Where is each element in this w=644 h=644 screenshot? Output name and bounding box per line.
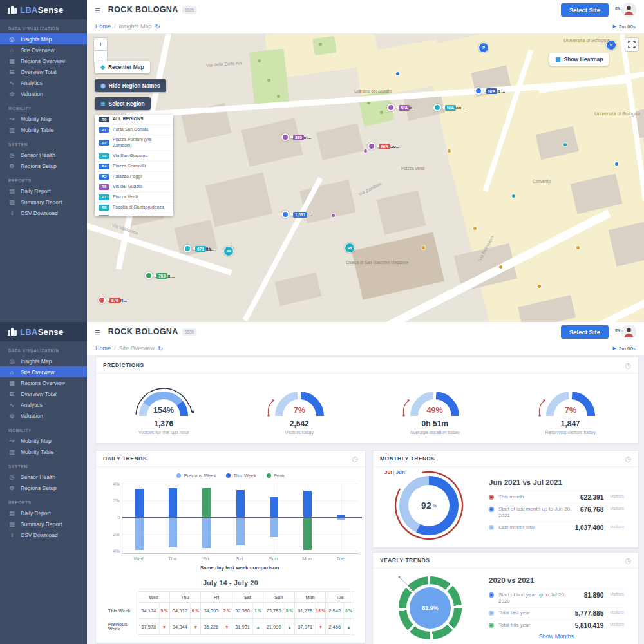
region-list-item-r1[interactable]: R1Porta San Donato <box>95 125 173 135</box>
sidebar-item-overview-total[interactable]: ⊞Overview Total <box>0 66 87 77</box>
hide-region-names-button[interactable]: ◉ Hide Region Names <box>95 79 166 92</box>
region-list-item-r5[interactable]: R5Palazzo Poggi <box>95 172 173 182</box>
sidebar-item-overview-total[interactable]: ⊞Overview Total <box>0 388 87 399</box>
menu-toggle-icon[interactable]: ≡ <box>95 5 100 15</box>
show-heatmap-button[interactable]: ▦ Show Heatmap <box>549 53 609 66</box>
select-site-button[interactable]: Select Site <box>561 325 609 339</box>
map-text-label: Università di Bologna <box>564 37 609 43</box>
table-col-header: Tue <box>326 592 354 603</box>
sidebar-nav: DATA VISUALIZATION◎Insights Map⌂Site Ove… <box>0 19 87 218</box>
map-region-marker[interactable]: [R9]Piazza ...763 <box>145 272 158 279</box>
map-mini-marker[interactable]: 98 <box>345 243 355 253</box>
sidebar-item-insights-map[interactable]: ◎Insights Map <box>0 33 87 44</box>
app-logo[interactable]: LBASense <box>0 322 87 341</box>
legend-label: Start of last month up to Jun 20, 2021 <box>498 506 576 520</box>
play-icon[interactable]: ▶ <box>612 346 616 351</box>
marker-dot-icon <box>368 142 375 150</box>
predictions-card: PREDICTIONS ◷ 154%1,376Visitors for the … <box>95 357 639 444</box>
map-mini-marker[interactable]: P <box>478 43 489 53</box>
sidebar-item-mobility-map[interactable]: ↝Mobility Map <box>0 113 87 124</box>
map-region-marker[interactable]: [R5]Palazzo...N/A <box>368 142 381 150</box>
show-months-link[interactable]: Show Months <box>489 633 624 639</box>
map-region-marker[interactable]: [R3]Via San...N/A <box>433 104 446 111</box>
region-list-item-r6[interactable]: R6Via del Guasto <box>95 182 173 193</box>
sidebar-item-label: CSV Download <box>21 532 58 538</box>
region-list-item-r0[interactable]: R0ALL REGIONS <box>95 115 173 125</box>
sidebar-item-analytics[interactable]: ∿Analytics <box>0 77 87 88</box>
sidebar-item-label: Summary Report <box>21 521 62 527</box>
marker-value-badge: N/A <box>445 105 456 111</box>
sidebar-item-summary-report[interactable]: ▧Summary Report <box>0 518 87 529</box>
map-poi-icon <box>332 214 335 217</box>
sidebar-item-regions-setup[interactable]: ⚙Regions Setup <box>0 482 87 493</box>
app-logo[interactable]: LBASense <box>0 0 87 19</box>
sidebar-item-sensor-health[interactable]: ◷Sensor Health <box>0 149 87 160</box>
region-list-item-r4[interactable]: R4Piazza Scaravilli <box>95 162 173 172</box>
card-history-icon[interactable]: ◷ <box>625 557 631 564</box>
map-region-marker[interactable]: [R7]Piazza ...1,091 <box>281 211 294 218</box>
map-region-marker[interactable]: [R8]Facoltà...671 <box>184 245 196 252</box>
card-history-icon[interactable]: ◷ <box>352 455 358 462</box>
sidebar-item-analytics[interactable]: ∿Analytics <box>0 399 87 410</box>
region-list-item-r3[interactable]: R3Via San Giacomo <box>95 151 173 162</box>
region-name: Via del Guasto <box>113 184 142 190</box>
sidebar-item-csv-download[interactable]: ⇓CSV Download <box>0 529 87 540</box>
breadcrumb-home[interactable]: Home <box>95 23 111 30</box>
map-region-marker[interactable]: [R10]2 Torri...876 <box>98 296 111 304</box>
map-mini-marker[interactable]: P <box>606 40 616 50</box>
map-canvas[interactable]: + − ◈ Recenter Map ◉ Hide Region Names ≣… <box>87 33 644 322</box>
sidebar-item-mobility-table[interactable]: ▥Mobility Table <box>0 446 87 457</box>
refresh-icon[interactable]: ↻ <box>155 23 160 30</box>
sidebar-item-daily-report[interactable]: ▤Daily Report <box>0 507 87 518</box>
sidebar-item-valuation[interactable]: ⊚Valuation <box>0 88 87 99</box>
user-avatar[interactable] <box>621 325 636 339</box>
fullscreen-button[interactable] <box>625 37 639 52</box>
card-history-icon[interactable]: ◷ <box>625 362 631 368</box>
refresh-icon[interactable]: ↻ <box>158 345 163 352</box>
map-region-marker[interactable]: [R4]Piazza ...N/A <box>387 104 400 111</box>
table-header-row: WedThuFriSatSunMonTue <box>107 592 354 603</box>
sidebar-item-regions-overview[interactable]: ▦Regions Overview <box>0 55 87 66</box>
sidebar-item-site-overview[interactable]: ⌂Site Overview <box>0 366 87 377</box>
site-title: ROCK BOLOGNA <box>108 327 178 336</box>
map-region-marker[interactable]: [R6]Via del...390 <box>281 133 294 141</box>
play-icon[interactable]: ▶ <box>612 24 616 29</box>
gauge-arc: 49% <box>396 376 473 419</box>
region-list-item-r2[interactable]: R2Piazza Puntoni (via Zamboni) <box>95 135 173 151</box>
sidebar-item-regions-setup[interactable]: ⚙Regions Setup <box>0 160 87 171</box>
map-building <box>242 118 303 167</box>
gauge-caption: Visitors today <box>285 430 314 435</box>
sidebar-item-regions-overview[interactable]: ▦Regions Overview <box>0 377 87 388</box>
select-region-button[interactable]: ≣ Select Region <box>95 97 151 110</box>
sidebar-item-mobility-map[interactable]: ↝Mobility Map <box>0 435 87 446</box>
x-tick-label: Tue <box>324 556 357 562</box>
cell-value: 32,358 <box>232 608 253 614</box>
daily-trends-chart: 40k20k020k40k <box>122 484 358 554</box>
marker-pill: [R5]Palazzo...N/A <box>377 145 381 147</box>
card-history-icon[interactable]: ◷ <box>625 455 631 462</box>
sidebar-item-insights-map[interactable]: ◎Insights Map <box>0 355 87 366</box>
sidebar-item-sensor-health[interactable]: ◷Sensor Health <box>0 471 87 482</box>
map-mini-marker[interactable]: 99 <box>223 246 234 256</box>
map-poi-icon <box>615 162 618 166</box>
zoom-in-button[interactable]: + <box>93 37 108 51</box>
sidebar-item-label: Analytics <box>21 80 43 86</box>
sidebar-item-site-overview[interactable]: ⌂Site Overview <box>0 44 87 55</box>
menu-toggle-icon[interactable]: ≡ <box>95 327 100 337</box>
x-tick-label: Fri <box>189 556 223 562</box>
region-list-item-r9[interactable]: R9Piazza Rossini (Teatro <box>95 213 173 217</box>
user-avatar[interactable] <box>621 3 636 17</box>
sidebar-item-daily-report[interactable]: ▤Daily Report <box>0 185 87 196</box>
select-site-button[interactable]: Select Site <box>561 3 609 17</box>
sidebar-item-mobility-table[interactable]: ▥Mobility Table <box>0 124 87 135</box>
recenter-map-button[interactable]: ◈ Recenter Map <box>95 61 150 73</box>
sidebar-item-label: Mobility Map <box>21 438 52 444</box>
region-list-item-r8[interactable]: R8Facoltà di Giurisprudenza <box>95 203 173 213</box>
sidebar-item-csv-download[interactable]: ⇓CSV Download <box>0 207 87 218</box>
sidebar-item-summary-report[interactable]: ▧Summary Report <box>0 196 87 207</box>
region-list-item-r7[interactable]: R7Piazza Verdi <box>95 193 173 203</box>
map-region-marker[interactable]: [R2]Piazza ...N/A <box>475 87 488 95</box>
sidebar-item-valuation[interactable]: ⊚Valuation <box>0 410 87 421</box>
breadcrumb-home[interactable]: Home <box>95 345 111 352</box>
region-code-badge: R8 <box>99 205 109 211</box>
